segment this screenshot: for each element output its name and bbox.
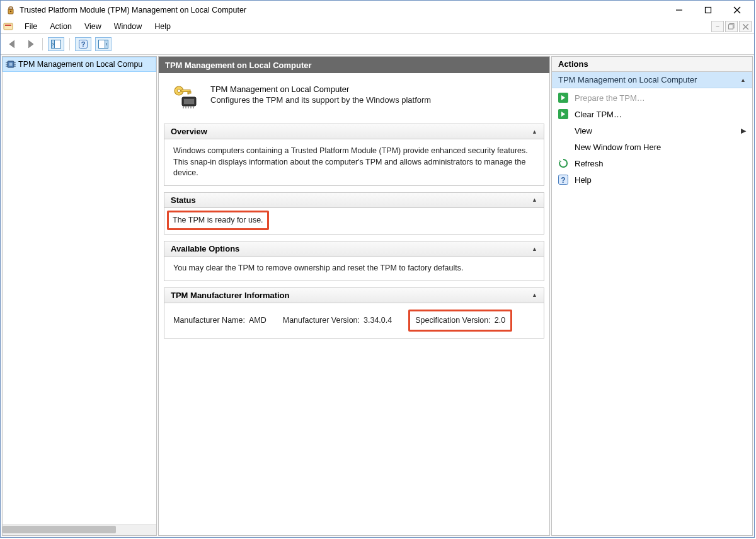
section-overview-label: Overview [171,127,207,136]
tpm-chip-icon [6,59,16,69]
mdi-window-controls: – [711,20,754,33]
intro-text: TPM Management on Local Computer Configu… [210,84,431,105]
section-manufacturer-label: TPM Manufacturer Information [171,291,290,300]
main-area: TPM Management on Local Compu TPM Manage… [1,55,754,537]
back-button[interactable] [6,37,20,51]
svg-text:?: ? [81,40,86,48]
menu-bar: File Action View Window Help – [1,20,754,34]
mmc-icon [3,21,13,32]
details-header-label: TPM Management on Local Computer [165,61,312,70]
action-prepare-label: Prepare the TPM… [575,93,645,103]
maximize-button[interactable] [694,1,723,20]
section-available-options: Available Options ▲ You may clear the TP… [164,241,544,281]
svg-rect-38 [190,91,191,93]
collapse-caret-icon: ▲ [532,197,537,203]
mdi-close[interactable] [739,21,752,32]
mfr-name-label: Manufacturer Name: [173,315,245,327]
specification-version: Specification Version: 2.0 [408,310,512,332]
manufacturer-version: Manufacturer Version: 3.34.0.4 [283,315,392,327]
show-hide-action-pane-button[interactable] [95,37,112,51]
tree-horizontal-scrollbar[interactable] [3,524,156,535]
blank-icon [558,125,568,136]
intro-block: TPM Management on Local Computer Configu… [164,78,544,124]
action-clear-tpm[interactable]: Clear TPM… [552,106,752,122]
collapse-caret-icon: ▲ [740,77,746,83]
action-view-label: View [575,126,592,136]
action-view[interactable]: View ▶ [552,122,752,139]
actions-list: Prepare the TPM… Clear TPM… View ▶ New W… [552,88,752,189]
toolbar-separator-2 [69,38,70,50]
svg-rect-18 [105,40,108,49]
toolbar-separator [42,38,43,50]
close-button[interactable] [723,1,752,20]
toolbar: ? [1,34,754,55]
tpm-key-chip-icon [173,84,198,110]
svg-rect-8 [5,25,11,26]
collapse-caret-icon: ▲ [532,246,537,252]
show-hide-tree-button[interactable] [48,37,64,51]
manufacturer-name: Manufacturer Name: AMD [173,315,266,327]
blank-icon [558,142,568,152]
action-clear-label: Clear TPM… [575,110,622,119]
spec-ver-value: 2.0 [495,315,505,327]
svg-rect-14 [52,40,55,49]
manufacturer-row: Manufacturer Name: AMD Manufacturer Vers… [173,310,535,332]
window-controls [665,1,752,20]
tpm-app-icon [6,5,16,15]
mdi-restore[interactable] [725,21,738,32]
refresh-icon [558,158,568,168]
menu-view[interactable]: View [78,20,108,33]
actions-context-header[interactable]: TPM Management on Local Computer ▲ [552,72,752,88]
action-help[interactable]: ? Help [552,171,752,188]
tree-item-label: TPM Management on Local Compu [18,60,142,69]
action-new-window-label: New Window from Here [575,142,661,152]
section-options-body: You may clear the TPM to remove ownershi… [164,257,544,281]
forward-button[interactable] [23,37,37,51]
status-text: The TPM is ready for use. [167,211,269,231]
svg-text:?: ? [561,176,565,185]
section-manufacturer-header[interactable]: TPM Manufacturer Information ▲ [164,288,544,303]
title-bar: Trusted Platform Module (TPM) Management… [1,1,754,20]
mdi-minimize[interactable]: – [711,21,724,32]
section-status: Status ▲ The TPM is ready for use. [164,192,544,235]
section-options-header[interactable]: Available Options ▲ [164,241,544,257]
svg-rect-20 [9,63,13,66]
svg-rect-28 [184,99,194,104]
minimize-button[interactable] [665,1,694,20]
collapse-caret-icon: ▲ [532,292,537,298]
mfr-ver-label: Manufacturer Version: [283,315,360,327]
submenu-caret-icon: ▶ [741,127,746,135]
action-refresh[interactable]: Refresh [552,155,752,171]
intro-title: TPM Management on Local Computer [210,84,431,94]
svg-point-35 [177,89,180,92]
svg-rect-37 [188,91,189,94]
action-prepare-tpm[interactable]: Prepare the TPM… [552,90,752,106]
section-overview-header[interactable]: Overview ▲ [164,124,544,139]
svg-rect-7 [4,23,13,30]
svg-rect-2 [9,7,13,9]
mfr-ver-value: 3.34.0.4 [364,315,392,327]
help-button[interactable]: ? [75,37,91,51]
mfr-name-value: AMD [249,315,266,327]
section-status-header[interactable]: Status ▲ [164,193,544,208]
collapse-caret-icon: ▲ [532,129,537,135]
section-options-label: Available Options [171,244,239,253]
tree-item-tpm-management[interactable]: TPM Management on Local Compu [3,57,156,72]
actions-pane-title: Actions [552,57,752,72]
help-icon: ? [558,175,568,185]
scrollbar-thumb[interactable] [3,526,116,533]
menu-help[interactable]: Help [148,20,177,33]
spec-ver-label: Specification Version: [415,315,491,327]
intro-description: Configures the TPM and its support by th… [210,95,431,105]
menu-window[interactable]: Window [108,20,148,33]
window-title: Trusted Platform Module (TPM) Management… [20,6,665,14]
details-pane: TPM Management on Local Computer [158,56,550,536]
section-manufacturer-info: TPM Manufacturer Information ▲ Manufactu… [164,287,544,339]
menu-file[interactable]: File [18,20,43,33]
menu-action[interactable]: Action [43,20,78,33]
action-refresh-label: Refresh [575,159,604,168]
console-tree: TPM Management on Local Compu [2,56,157,536]
go-arrow-icon [558,109,568,119]
action-new-window[interactable]: New Window from Here [552,139,752,155]
section-status-label: Status [171,195,196,205]
